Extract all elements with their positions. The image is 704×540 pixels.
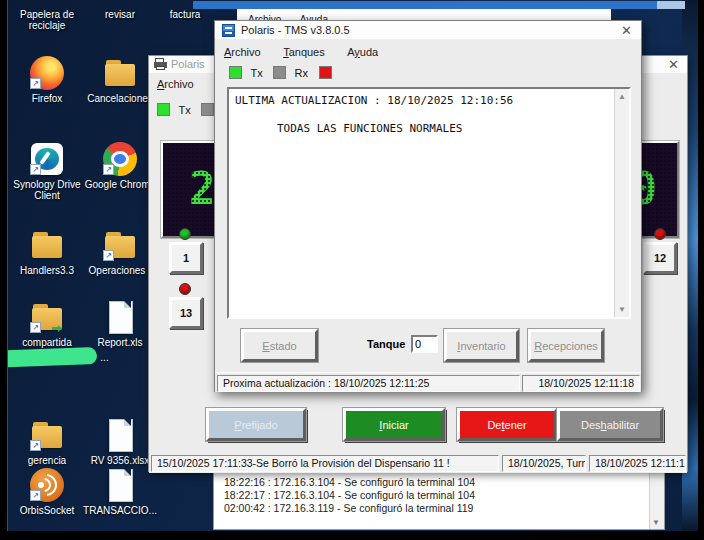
menu-ayuda[interactable]: Ayuda [347, 46, 378, 58]
menu-archivo[interactable]: Archivo [157, 78, 194, 90]
terminal-text: ULTIMA ACTUALIZACION : 18/10/2025 12:10:… [229, 89, 613, 317]
desktop-icon-label: compartida [22, 337, 71, 348]
scroll-up-icon[interactable]: ▲ [618, 92, 626, 101]
terminal-scrollbar[interactable]: ▲ ▼ [614, 89, 629, 317]
back-window-statusbar: 15/10/2025 17:11:33-Se Borró la Provisió… [149, 454, 687, 473]
tx-label: Tx [178, 104, 190, 116]
pump-1-status-dot [179, 228, 191, 240]
status-datetime: 18/10/2025 12:11:17 [589, 455, 686, 472]
deshabilitar-button[interactable]: Deshabilitar [557, 408, 663, 441]
status-datetime: 18/10/2025 12:11:18 [522, 375, 640, 392]
front-window-menubar: Archivo Tanques Ayuda [215, 39, 641, 57]
terminal-line-1: ULTIMA ACTUALIZACION : 18/10/2025 12:10:… [235, 94, 607, 108]
log-window-titlebar-button[interactable] [657, 1, 685, 9]
pump-button-13[interactable]: 13 [169, 297, 203, 329]
screen-border-left [0, 0, 8, 540]
tx-label: Tx [250, 67, 262, 79]
rx-status-led [201, 103, 214, 116]
prefijado-button[interactable]: Prefijado [206, 408, 306, 441]
desktop-icon-label: Report.xls [97, 337, 142, 348]
estado-button[interactable]: Estado [241, 329, 318, 362]
folder-icon [102, 228, 138, 262]
label-ellipsis: ... [100, 352, 108, 363]
front-window-title: Polaris - TMS v3.8.0.5 [241, 24, 350, 36]
folder-icon [29, 228, 65, 262]
log-window-titlebar[interactable] [193, 1, 657, 9]
tanque-label: Tanque [367, 338, 405, 350]
shortcut-arrow-icon [103, 164, 114, 175]
document-icon [102, 418, 138, 452]
folder-icon [29, 418, 65, 452]
shortcut-arrow-icon [30, 490, 41, 501]
orbissocket-icon [29, 468, 65, 502]
desktop-icon-label: TRANSACCIO... [83, 505, 157, 516]
inventario-button[interactable]: Inventario [444, 329, 519, 362]
desktop-icon-label: gerencia [28, 455, 66, 466]
redaction-scribble [0, 347, 98, 368]
shortcut-arrow-icon [30, 78, 41, 89]
folder-icon [102, 56, 138, 90]
printer-icon [154, 58, 167, 70]
desktop-icon-label: OrbisSocket [20, 505, 74, 516]
scroll-down-icon[interactable]: ▼ [618, 305, 626, 314]
screen-border-bottom [0, 531, 704, 540]
log-line: 02:00:42 : 172.16.3.119 - Se configuró l… [214, 502, 664, 515]
pump-button-12[interactable]: 12 [643, 242, 677, 274]
desktop-icon-label: Handlers3.3 [20, 265, 74, 276]
pump-button-1[interactable]: 1 [169, 242, 203, 274]
status-next-update: Proxima actualización : 18/10/2025 12:11… [217, 375, 520, 392]
back-window-title: Polaris [171, 58, 205, 70]
front-polaris-tms-window: Polaris - TMS v3.8.0.5 ✕ Archivo Tanques… [214, 20, 642, 392]
desktop-icon-label: Cancelaciones [87, 93, 153, 104]
shared-folder-icon [29, 300, 65, 334]
desktop-icon-label: RV 9356.xlsx [91, 455, 150, 466]
menu-archivo[interactable]: Archivo [224, 46, 261, 58]
firefox-icon [29, 56, 65, 90]
front-window-statusbar: Proxima actualización : 18/10/2025 12:11… [215, 372, 641, 392]
tx-rx-indicator-row: Tx Rx [229, 63, 332, 79]
desktop-icon-transaccio[interactable]: TRANSACCIO... [77, 468, 163, 516]
synology-drive-icon [29, 142, 65, 176]
status-terminal[interactable]: ULTIMA ACTUALIZACION : 18/10/2025 12:10:… [227, 87, 631, 319]
iniciar-button[interactable]: Iniciar [343, 408, 445, 441]
recepciones-button[interactable]: Recepciones [528, 329, 604, 362]
shortcut-arrow-icon [30, 164, 41, 175]
log-line: 18:22:17 : 172.16.3.104 - Se configuró l… [214, 489, 664, 502]
log-line: 18:22:16 : 172.16.3.104 - Se configuró l… [214, 476, 664, 489]
terminal-line-2: TODAS LAS FUNCIONES NORMALES [235, 122, 607, 136]
event-log-panel[interactable]: 18:22:16 : 172.16.3.104 - Se configuró l… [213, 472, 665, 530]
detener-button[interactable]: Detener [457, 408, 557, 441]
shortcut-arrow-icon [30, 440, 41, 451]
share-mark-icon [52, 325, 62, 332]
close-icon[interactable]: ✕ [668, 58, 679, 71]
status-message: 15/10/2025 17:11:33-Se Borró la Provisió… [151, 455, 499, 472]
shortcut-arrow-icon [30, 322, 41, 333]
tanque-input[interactable] [411, 335, 438, 353]
scroll-down-icon[interactable]: ▼ [652, 518, 660, 527]
desktop-icon-label: revisar [105, 9, 135, 20]
desktop-icon-label: Google Chrome [85, 179, 156, 190]
tx-status-led [157, 103, 170, 116]
document-icon [102, 300, 138, 334]
document-icon [102, 468, 138, 502]
menu-tanques[interactable]: Tanques [283, 46, 325, 58]
led-digit-left: 2 [189, 165, 216, 213]
chrome-icon [102, 142, 138, 176]
mid-status-led [273, 66, 286, 79]
close-icon[interactable]: ✕ [621, 24, 632, 37]
status-shift: 18/10/2025, Turno 2 [502, 455, 586, 472]
rx-status-led [319, 66, 332, 79]
desktop-icon-label: Operaciones - [89, 265, 152, 276]
shortcut-arrow-icon [103, 250, 114, 261]
desktop-icon-label: factura [170, 9, 201, 20]
tx-status-led [229, 66, 242, 79]
log-scrollbar[interactable]: ▼ [649, 473, 664, 529]
screen-border-right [698, 0, 704, 540]
rx-label: Rx [295, 67, 308, 79]
pump-13-status-dot [179, 283, 191, 295]
polaris-app-icon [222, 24, 235, 37]
front-window-titlebar[interactable]: Polaris - TMS v3.8.0.5 ✕ [215, 21, 641, 39]
pump-12-status-dot [654, 228, 666, 240]
back-tx-indicator-row: Tx [157, 100, 214, 116]
desktop-icon-label: Firefox [32, 93, 63, 104]
